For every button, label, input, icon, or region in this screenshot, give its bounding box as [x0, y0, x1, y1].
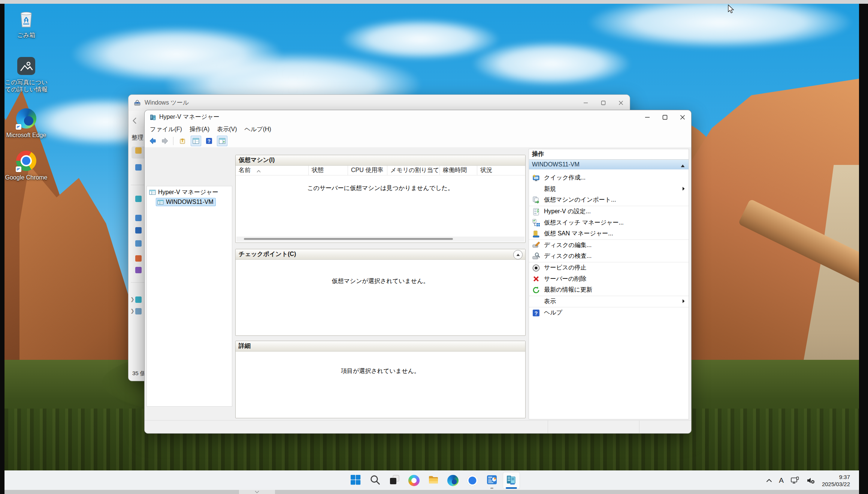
nav-expander-icon[interactable]: ❯	[130, 308, 134, 314]
action-label: 仮想スイッチ マネージャー...	[544, 219, 624, 227]
desktop-icon-photo-info[interactable]: この写真についての詳しい情報	[3, 55, 49, 93]
action-stop-service[interactable]: サービスの停止	[529, 262, 689, 274]
windows-tools-maximize-button[interactable]	[595, 95, 612, 111]
virtual-san-manager-icon	[532, 230, 540, 238]
back-arrow-icon[interactable]	[148, 136, 157, 146]
taskbar-hyper-v-manager-button[interactable]	[503, 472, 520, 489]
windows-tools-close-button[interactable]	[612, 95, 630, 111]
taskbar-start-button[interactable]	[347, 472, 364, 489]
actions-pane-title: 操作	[529, 149, 689, 160]
tree-item-server[interactable]: WINDOWS11-VM	[147, 197, 232, 207]
vm-column-0[interactable]: 名前	[236, 166, 309, 175]
tree-server-label: WINDOWS11-VM	[166, 199, 214, 205]
vm-column-5[interactable]: 状況	[477, 166, 525, 175]
action-edit-disk[interactable]: ディスクの編集...	[529, 240, 689, 251]
nav-item-icon[interactable]	[135, 227, 142, 234]
help-icon: ?	[532, 309, 540, 317]
action-import-vm[interactable]: 仮想マシンのインポート...	[529, 195, 689, 206]
remove-server-icon	[532, 275, 540, 283]
copilot-icon	[408, 475, 420, 486]
menu-a[interactable]: 操作(A)	[186, 124, 213, 135]
nav-item-icon[interactable]	[135, 255, 142, 262]
export-list-icon[interactable]	[178, 136, 188, 146]
taskbar-search-button[interactable]	[366, 472, 384, 489]
nav-item-icon[interactable]	[135, 196, 142, 202]
action-virtual-switch-manager[interactable]: 仮想スイッチ マネージャー...	[529, 217, 689, 228]
nav-item-icon[interactable]	[135, 147, 142, 154]
tray-ime-indicator[interactable]: A	[779, 476, 784, 485]
nav-item-icon[interactable]	[135, 308, 142, 314]
help-toolbar-icon[interactable]: ?	[204, 136, 214, 146]
hyperv-minimize-button[interactable]	[638, 110, 656, 124]
details-empty-message: 項目が選択されていません。	[236, 367, 525, 375]
bottom-scrollbar-thumb[interactable]	[239, 490, 275, 494]
organize-button[interactable]: 整理	[131, 134, 143, 142]
action-refresh[interactable]: 最新の情報に更新	[529, 284, 689, 296]
tray-network-icon[interactable]	[790, 476, 799, 485]
action-new[interactable]: 新規	[529, 184, 689, 195]
back-button[interactable]	[131, 117, 139, 126]
vm-scrollbar-thumb[interactable]	[244, 238, 453, 240]
vm-column-label: CPU 使用率	[351, 166, 383, 174]
tray-volume-muted-icon[interactable]	[806, 476, 815, 485]
details-panel-header: 詳細	[236, 341, 525, 352]
vm-column-4[interactable]: 稼働時間	[440, 166, 477, 175]
menu-v[interactable]: 表示(V)	[213, 124, 241, 135]
vm-column-3[interactable]: メモリの割り当て	[387, 166, 440, 175]
tray-chevron-up-icon[interactable]	[766, 479, 772, 482]
taskbar-task-view-button[interactable]	[386, 472, 403, 489]
vm-column-1[interactable]: 状態	[309, 166, 348, 175]
svg-text:?: ?	[535, 310, 538, 316]
desktop-icon-microsoft-edge[interactable]: Microsoft Edge	[3, 108, 49, 139]
checkpoint-panel-title: チェックポイント(C)	[239, 250, 296, 258]
toolbar-separator	[173, 137, 173, 145]
action-help[interactable]: ?ヘルプ	[529, 307, 689, 319]
actions-server-group-header[interactable]: WINDOWS11-VM	[529, 160, 689, 169]
menu-h[interactable]: ヘルプ(H)	[241, 124, 275, 135]
statusbar-divider	[548, 421, 548, 433]
action-label: Hyper-V の設定...	[544, 208, 591, 216]
action-label: ディスクの編集...	[544, 241, 592, 249]
console-tree-toggle-icon[interactable]	[191, 136, 201, 146]
action-hyperv-settings[interactable]: Hyper-V の設定...	[529, 206, 689, 217]
desktop-icon-recycle-bin[interactable]: ごみ箱	[3, 8, 49, 39]
action-inspect-disk[interactable]: ディスクの検査...	[529, 251, 689, 262]
tree-item-hyperv-root[interactable]: Hyper-V マネージャー	[147, 187, 232, 197]
vm-column-2[interactable]: CPU 使用率	[348, 166, 387, 175]
windows-tools-minimize-button[interactable]	[577, 95, 595, 111]
actions-group-collapse-icon[interactable]	[681, 162, 685, 169]
action-pane-toggle-icon[interactable]	[217, 136, 227, 146]
action-view[interactable]: 表示	[529, 296, 689, 307]
vm-column-label: 名前	[239, 166, 251, 174]
menu-f[interactable]: ファイル(F)	[146, 124, 186, 135]
nav-item-icon[interactable]	[135, 267, 142, 273]
action-virtual-san-manager[interactable]: 仮想 SAN マネージャー...	[529, 228, 689, 240]
nav-item-icon[interactable]	[135, 215, 142, 221]
taskbar-chrome-button[interactable]	[464, 472, 481, 489]
nav-item-icon[interactable]	[135, 296, 142, 303]
taskbar-edge-button[interactable]	[444, 472, 462, 489]
bottom-scrollbar-track[interactable]	[4, 490, 859, 494]
taskbar-windows-tools-button[interactable]	[483, 472, 500, 489]
system-tray: A 9:37 2025/03/22	[759, 471, 850, 490]
hyperv-maximize-button[interactable]	[656, 110, 674, 124]
hyperv-statusbar	[145, 420, 691, 433]
shortcut-arrow-icon	[16, 124, 21, 130]
nav-expander-icon[interactable]: ❯	[130, 296, 134, 302]
screen-edge-top	[0, 0, 868, 4]
vm-horizontal-scrollbar[interactable]	[236, 237, 524, 242]
vm-panel-title: 仮想マシン(I)	[239, 156, 275, 164]
checkpoint-collapse-button[interactable]	[513, 250, 523, 259]
taskbar-copilot-button[interactable]	[405, 472, 423, 489]
forward-arrow-icon[interactable]	[160, 136, 170, 146]
action-quick-create[interactable]: クイック作成...	[529, 172, 689, 184]
tray-clock[interactable]: 9:37 2025/03/22	[822, 473, 850, 488]
nav-item-icon[interactable]	[135, 240, 142, 247]
taskbar-file-explorer-button[interactable]	[425, 472, 442, 489]
nav-item-icon[interactable]	[135, 164, 142, 171]
action-remove-server[interactable]: サーバーの削除	[529, 273, 689, 284]
hyperv-close-button[interactable]	[674, 110, 691, 124]
recycle-bin-icon	[15, 8, 37, 30]
desktop-icon-google-chrome[interactable]: Google Chrome	[3, 150, 49, 181]
edge-icon	[447, 475, 459, 486]
